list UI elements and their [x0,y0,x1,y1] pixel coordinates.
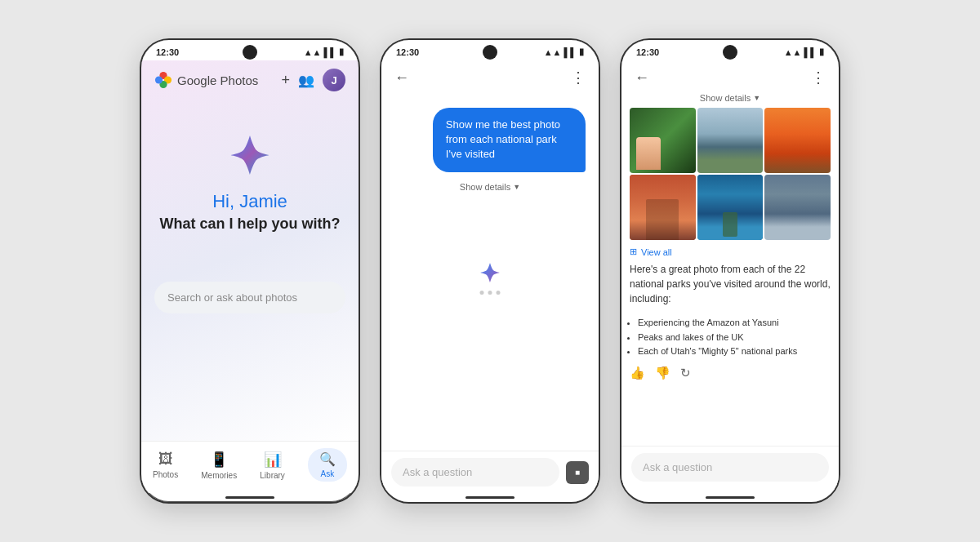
wifi-icon: ▲▲ [304,47,322,57]
battery-icon: ▮ [339,47,344,57]
battery-icon-3: ▮ [819,47,824,57]
memories-icon: 📱 [210,451,228,469]
photo-cell-forest[interactable] [630,108,696,173]
phones-container: 12:30 ▲▲ ▌▌ ▮ Google Photos [123,22,857,520]
nav-photos[interactable]: 🖼 Photos [153,451,178,479]
phone1-status-icons: ▲▲ ▌▌ ▮ [304,47,344,57]
photo-cell-mountain[interactable] [697,108,764,173]
view-all-button[interactable]: ⊞ View all [630,247,831,257]
phone1-notch [243,45,257,60]
dot-2 [488,291,492,295]
chat-header-2: ← ⋮ [381,60,599,95]
gemini-star-icon [227,132,273,178]
phone3-header: ← ⋮ [621,60,839,90]
phone3-status-icons: ▲▲ ▌▌ ▮ [784,47,824,57]
ask-icon: 🔍 [319,451,336,467]
thumbs-down-icon[interactable]: 👎 [655,366,670,380]
refresh-icon[interactable]: ↻ [680,366,691,380]
bullet-item-2: Peaks and lakes of the UK [638,331,831,345]
photo-grid [630,108,831,240]
nav-library[interactable]: 📊 Library [260,451,285,480]
phone1-time: 12:30 [156,47,179,57]
feedback-row: 👍 👎 ↻ [630,366,831,380]
chat-body-2: Show me the best photo from each nationa… [381,95,599,451]
chevron-down-icon-3: ▼ [753,94,760,102]
add-icon[interactable]: + [281,72,290,89]
thinking-star-icon [479,261,501,284]
bottom-nav: 🖼 Photos 📱 Memories 📊 Library 🔍 Ask [141,441,359,493]
chat-input-2[interactable]: Ask a question [391,458,559,486]
photo-cell-coast[interactable] [764,175,831,240]
wifi-icon-2: ▲▲ [544,47,562,57]
photos-icon: 🖼 [158,451,173,468]
home-indicator-2 [466,496,514,499]
phone1-status-bar: 12:30 ▲▲ ▌▌ ▮ [141,40,359,60]
search-bar[interactable]: Search or ask about photos [154,282,345,313]
home-indicator [225,496,274,499]
photo-cell-sunset[interactable] [764,108,831,173]
grid-icon: ⊞ [630,247,637,257]
photo-cell-lake[interactable] [697,175,764,240]
show-details-text: Show details [460,182,510,192]
google-photos-logo: Google Photos [154,71,258,89]
photo-cell-canyon[interactable] [630,175,696,240]
chat-input-bar-2: Ask a question ■ [381,451,599,493]
battery-icon-2: ▮ [579,47,584,57]
bullet-item-3: Each of Utah's "Mighty 5" national parks [638,344,831,359]
show-details-label: Show details [700,93,751,103]
stop-button[interactable]: ■ [566,461,589,484]
response-text: Here's a great photo from each of the 22… [630,262,831,306]
stop-icon: ■ [575,468,580,477]
nav-ask[interactable]: 🔍 Ask [308,448,347,482]
help-text: What can I help you with? [159,215,340,233]
phone3-content: ← ⋮ Show details ▼ [621,60,839,502]
nav-memories-label: Memories [201,471,237,480]
google-photos-text: Google Photos [177,73,258,87]
show-details-link[interactable]: Show details ▼ [460,182,520,192]
phone2-status-icons: ▲▲ ▌▌ ▮ [544,47,584,57]
search-placeholder: Search or ask about photos [167,291,297,304]
more-icon-2[interactable]: ⋮ [571,69,586,87]
google-photos-header: Google Photos + 👥 J [154,69,345,91]
signal-icon: ▌▌ [323,47,336,57]
phone3-input[interactable]: Ask a question [631,453,829,482]
phone1-content: Google Photos + 👥 J [141,60,359,441]
signal-icon-3: ▌▌ [804,47,817,57]
people-icon[interactable]: 👥 [298,73,314,88]
phone2-status-bar: 12:30 ▲▲ ▌▌ ▮ [381,40,599,60]
phone-2: 12:30 ▲▲ ▌▌ ▮ ← ⋮ Show me the best photo… [380,38,600,504]
more-icon-3[interactable]: ⋮ [811,69,826,87]
chevron-down-icon: ▼ [513,183,520,191]
dot-1 [480,291,484,295]
phone3-status-bar: 12:30 ▲▲ ▌▌ ▮ [621,40,839,60]
view-all-label: View all [641,247,672,257]
phone3-input-bar: Ask a question [621,446,839,493]
phone3-input-placeholder: Ask a question [643,461,712,473]
phone2-content: ← ⋮ Show me the best photo from each nat… [381,60,599,502]
wifi-icon-3: ▲▲ [784,47,802,57]
signal-icon-2: ▌▌ [564,47,577,57]
phone-1: 12:30 ▲▲ ▌▌ ▮ Google Photos [140,38,360,504]
avatar[interactable]: J [323,69,345,91]
thumbs-up-icon[interactable]: 👍 [630,366,645,380]
back-icon-3[interactable]: ← [635,69,649,87]
google-photos-logo-icon [154,71,172,89]
chat-input-placeholder: Ask a question [403,466,472,478]
dot-3 [497,291,501,295]
nav-photos-label: Photos [153,470,178,479]
home-indicator-3 [706,496,755,499]
nav-ask-label: Ask [321,469,335,478]
phone2-time: 12:30 [396,47,419,57]
loading-dots [480,291,501,295]
user-message-bubble: Show me the best photo from each nationa… [433,108,586,172]
nav-library-label: Library [260,471,285,480]
svg-point-3 [155,76,163,83]
bullet-item-1: Experiencing the Amazon at Yasuni [638,316,831,331]
greeting-text: Hi, Jamie [212,191,287,212]
show-details-bar-3[interactable]: Show details ▼ [621,90,839,108]
bullet-list: Experiencing the Amazon at Yasuni Peaks … [638,316,831,359]
nav-memories[interactable]: 📱 Memories [201,451,237,480]
phone3-time: 12:30 [636,47,659,57]
back-icon-2[interactable]: ← [394,69,409,87]
phone-3: 12:30 ▲▲ ▌▌ ▮ ← ⋮ Show details ▼ [620,38,840,504]
